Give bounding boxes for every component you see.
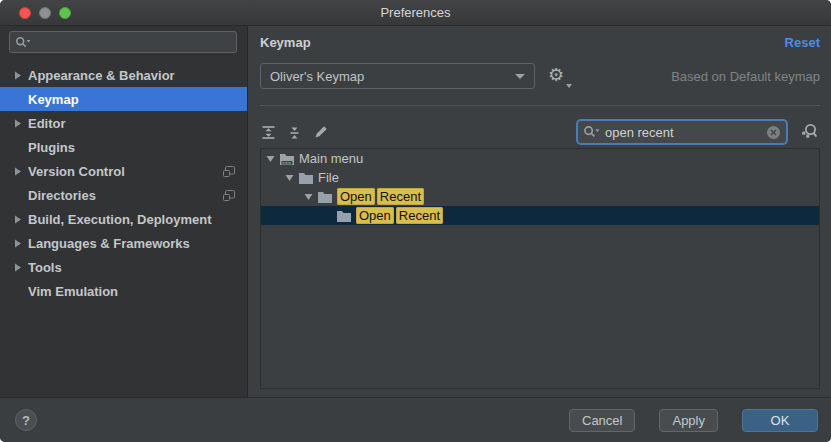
tree-row-label: OpenRecent bbox=[337, 189, 426, 204]
sidebar-item-label: Directories bbox=[28, 188, 217, 203]
keymap-panel: Keymap Reset Oliver's Keymap ⚙ Based on … bbox=[248, 26, 831, 397]
tree-row[interactable]: File bbox=[261, 168, 819, 187]
keymap-toolbar bbox=[260, 119, 820, 145]
action-search-input[interactable] bbox=[603, 124, 763, 141]
search-icon bbox=[15, 36, 31, 49]
ok-button[interactable]: OK bbox=[742, 409, 818, 432]
clear-search-icon[interactable] bbox=[766, 125, 781, 140]
apply-button[interactable]: Apply bbox=[659, 409, 718, 432]
find-actions-by-shortcut-button[interactable] bbox=[798, 122, 820, 142]
traffic-lights bbox=[19, 7, 71, 19]
sidebar-item-label: Plugins bbox=[28, 140, 235, 155]
sidebar-item-vim-emulation[interactable]: Vim Emulation bbox=[0, 279, 247, 303]
zoom-window-button[interactable] bbox=[59, 7, 71, 19]
keymap-select[interactable]: Oliver's Keymap bbox=[260, 63, 535, 89]
edit-shortcut-button[interactable] bbox=[312, 124, 329, 141]
find-by-shortcut-icon bbox=[800, 123, 819, 141]
tree-row[interactable]: OpenRecent bbox=[261, 187, 819, 206]
help-button[interactable]: ? bbox=[15, 409, 37, 431]
tree-row[interactable]: Main menu bbox=[261, 149, 819, 168]
chevron-right-icon bbox=[14, 119, 22, 128]
search-match-highlight: Open bbox=[337, 188, 375, 205]
sidebar-item-label: Editor bbox=[28, 116, 235, 131]
folder-icon bbox=[298, 171, 314, 185]
chevron-right-icon bbox=[14, 215, 22, 224]
preferences-window: Preferences Appearance & Behavior bbox=[0, 0, 831, 442]
sidebar-item-label: Vim Emulation bbox=[28, 284, 235, 299]
per-project-settings-icon bbox=[223, 166, 235, 177]
page-title: Keymap bbox=[260, 35, 311, 50]
folder-icon bbox=[336, 209, 352, 223]
tree-row-label: File bbox=[318, 170, 339, 185]
keymap-select-row: Oliver's Keymap ⚙ Based on Default keyma… bbox=[260, 63, 820, 89]
sidebar-item-label: Appearance & Behavior bbox=[28, 68, 235, 83]
sidebar-item-appearance-behavior[interactable]: Appearance & Behavior bbox=[0, 63, 247, 87]
chevron-right-icon bbox=[14, 239, 22, 248]
search-match-highlight: Open bbox=[356, 207, 394, 224]
folder-icon bbox=[317, 190, 333, 204]
keymap-tree: Main menu File bbox=[260, 148, 820, 389]
sidebar-item-directories[interactable]: Directories bbox=[0, 183, 247, 207]
sidebar-item-plugins[interactable]: Plugins bbox=[0, 135, 247, 159]
sidebar-item-version-control[interactable]: Version Control bbox=[0, 159, 247, 183]
chevron-right-icon bbox=[14, 71, 22, 80]
tree-expand-icon[interactable] bbox=[265, 155, 275, 163]
search-icon bbox=[583, 125, 600, 139]
sidebar-item-label: Version Control bbox=[28, 164, 217, 179]
sidebar-item-label: Tools bbox=[28, 260, 235, 275]
chevron-down-icon bbox=[566, 84, 572, 88]
action-search-field[interactable] bbox=[576, 119, 788, 145]
search-match-highlight: Recent bbox=[377, 188, 424, 205]
gear-icon: ⚙ bbox=[548, 65, 564, 85]
sidebar-item-tools[interactable]: Tools bbox=[0, 255, 247, 279]
search-match-highlight: Recent bbox=[396, 207, 443, 224]
chevron-down-icon bbox=[515, 74, 525, 79]
per-project-settings-icon bbox=[223, 190, 235, 201]
sidebar-search-field[interactable] bbox=[9, 31, 237, 53]
sidebar-item-keymap[interactable]: Keymap bbox=[0, 87, 247, 111]
sidebar-search-input[interactable] bbox=[33, 34, 231, 50]
chevron-right-icon bbox=[14, 263, 22, 272]
tree-expand-icon[interactable] bbox=[303, 193, 313, 201]
sidebar-item-languages-frameworks[interactable]: Languages & Frameworks bbox=[0, 231, 247, 255]
settings-sidebar: Appearance & Behavior Keymap Editor bbox=[0, 26, 248, 397]
based-on-label: Based on Default keymap bbox=[671, 69, 820, 84]
sidebar-nav: Appearance & Behavior Keymap Editor bbox=[0, 63, 247, 303]
close-window-button[interactable] bbox=[19, 7, 31, 19]
main-menu-icon bbox=[279, 152, 295, 166]
minimize-window-button[interactable] bbox=[39, 7, 51, 19]
chevron-right-icon bbox=[14, 167, 22, 176]
tree-expand-icon[interactable] bbox=[284, 174, 294, 182]
dialog-footer: ? Cancel Apply OK bbox=[0, 397, 831, 442]
sidebar-item-label: Build, Execution, Deployment bbox=[28, 212, 235, 227]
tree-row[interactable]: OpenRecent bbox=[261, 206, 819, 225]
expand-all-icon bbox=[261, 125, 276, 140]
cancel-button[interactable]: Cancel bbox=[569, 409, 635, 432]
reset-link[interactable]: Reset bbox=[785, 35, 820, 50]
tree-row-label: OpenRecent bbox=[356, 208, 445, 223]
sidebar-item-build-execution-deployment[interactable]: Build, Execution, Deployment bbox=[0, 207, 247, 231]
collapse-all-button[interactable] bbox=[286, 124, 303, 141]
collapse-all-icon bbox=[287, 125, 302, 140]
keymap-select-value: Oliver's Keymap bbox=[270, 69, 515, 84]
sidebar-item-label: Keymap bbox=[28, 92, 235, 107]
footer-buttons: Cancel Apply OK bbox=[569, 409, 818, 432]
pencil-icon bbox=[313, 124, 329, 140]
tree-row-label: Main menu bbox=[299, 151, 363, 166]
sidebar-item-editor[interactable]: Editor bbox=[0, 111, 247, 135]
separator bbox=[260, 105, 820, 106]
expand-all-button[interactable] bbox=[260, 124, 277, 141]
window-title: Preferences bbox=[380, 5, 450, 20]
titlebar: Preferences bbox=[0, 0, 831, 26]
panel-header: Keymap Reset bbox=[260, 35, 820, 50]
sidebar-item-label: Languages & Frameworks bbox=[28, 236, 235, 251]
main-area: Appearance & Behavior Keymap Editor bbox=[0, 26, 831, 397]
keymap-settings-button[interactable]: ⚙ bbox=[548, 65, 570, 87]
